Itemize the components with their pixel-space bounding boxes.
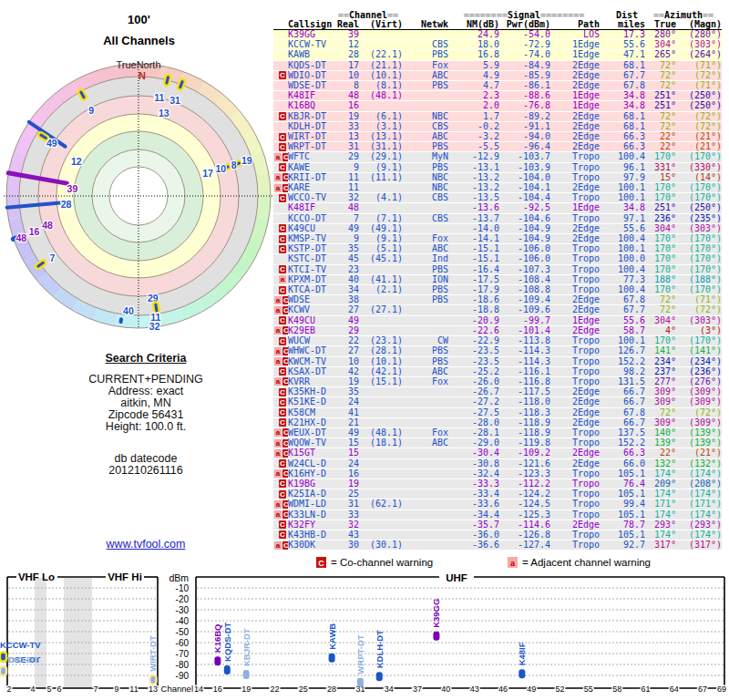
tvfool-link[interactable]: www.tvfool.com <box>55 538 237 551</box>
power-dbm-cell: -99.7 <box>499 315 550 325</box>
virtual-channel-cell <box>359 325 403 335</box>
col-magn: (Magn) <box>676 20 722 30</box>
nm-db-cell: -32.4 <box>448 468 499 479</box>
callsign-cell: K16BQ <box>288 101 334 111</box>
distance-cell: 66.7 <box>600 417 645 427</box>
power-dbm-cell: -119.8 <box>499 438 550 448</box>
magnetic-azimuth-cell: (317°) <box>676 540 722 551</box>
table-row: aKPXM-DT40(41.1)ION-17.5-108.4Tropo77.31… <box>273 274 722 284</box>
network-cell <box>403 448 448 458</box>
path-cell: 2Edge <box>550 417 600 427</box>
callsign-cell: KWCM-TV <box>288 356 334 366</box>
virtual-channel-cell <box>359 183 403 193</box>
true-azimuth-cell: 170° <box>645 244 676 254</box>
power-dbm-cell: -85.9 <box>499 70 550 80</box>
polar-channel-label: 32 <box>149 321 160 332</box>
adjacent-channel-flag: a <box>274 510 282 519</box>
table-row: CK32FY32-35.7-114.62Edge78.7293°(293°) <box>273 520 722 530</box>
nm-db-cell: -18.6 <box>448 295 499 305</box>
power-dbm-cell: -114.3 <box>499 346 550 356</box>
path-cell: 1Edge <box>550 203 600 213</box>
warning-flags: C <box>273 417 288 427</box>
true-azimuth-cell: 277° <box>645 376 676 386</box>
network-cell <box>403 458 448 468</box>
co-channel-flag: C <box>279 235 286 243</box>
nm-db-cell: 5.9 <box>448 60 499 70</box>
col-path: Path <box>550 20 600 30</box>
virtual-channel-cell: (62.1) <box>359 499 403 510</box>
channel-tick: 43 <box>470 685 479 694</box>
callsign-cell: WDSE <box>288 295 334 305</box>
co-channel-flag: C <box>279 163 286 171</box>
callsign-cell: KCCO-DT <box>288 213 334 223</box>
channel-tick: 46 <box>498 685 508 694</box>
magnetic-azimuth-cell: (72°) <box>676 70 722 80</box>
station-table: ==Channel== ========Signal======== Dist … <box>273 11 724 551</box>
path-cell: Tropo <box>550 530 600 540</box>
co-channel-flag: C <box>279 224 286 232</box>
warning-flags: aC <box>273 325 288 335</box>
virtual-channel-cell <box>359 315 403 325</box>
virtual-channel-cell: (4.1) <box>359 193 403 203</box>
table-row: KCCW-TV12CBS18.0-72.91Edge55.6304°(303°) <box>273 40 722 50</box>
callsign-cell: K39GG <box>288 30 334 40</box>
callsign-cell: KCCW-TV <box>288 40 334 50</box>
magnetic-azimuth-cell: (174°) <box>676 510 722 520</box>
path-cell: Tropo <box>550 356 600 366</box>
channel-tick: 2 <box>6 685 11 694</box>
virtual-channel-cell <box>359 520 403 530</box>
channel-tick: 6 <box>56 685 61 694</box>
adjacent-channel-flag: a <box>274 173 282 181</box>
callsign-cell: K29EB <box>288 325 334 335</box>
col-real: Real <box>334 20 359 30</box>
nm-db-cell: -23.5 <box>448 346 499 356</box>
magnetic-azimuth-cell: (170°) <box>676 285 722 295</box>
network-cell <box>403 101 448 111</box>
distance-cell: 68.1 <box>600 121 645 131</box>
real-channel-cell: 27 <box>334 346 359 356</box>
magnetic-azimuth-cell: (170°) <box>676 193 722 203</box>
warning-flags: C <box>273 132 288 142</box>
table-row: CWCCO-TV32(4.1)CBS-13.5-104.4Tropo100.11… <box>273 193 722 203</box>
real-channel-cell: 11 <box>334 172 359 182</box>
pending-station-marker <box>0 652 6 661</box>
real-channel-cell: 49 <box>334 223 359 233</box>
nm-db-cell: 4.9 <box>448 70 499 80</box>
dbm-tick: -80 <box>176 660 190 670</box>
real-channel-cell: 7 <box>334 213 359 223</box>
distance-cell: 68.1 <box>600 60 645 70</box>
distance-cell: 34.8 <box>600 91 645 101</box>
polar-channel-label: 39 <box>67 183 78 194</box>
nm-db-cell: 16.8 <box>448 50 499 60</box>
distance-cell: 100.4 <box>600 234 645 244</box>
channel-tick: 34 <box>385 685 394 694</box>
path-cell: 1Edge <box>550 315 600 325</box>
power-dbm-cell: -114.6 <box>499 520 550 530</box>
true-azimuth-cell: 251° <box>645 91 676 101</box>
table-row: aCK16HY-D16-32.4-123.3Tropo105.1174°(174… <box>273 468 722 479</box>
warning-flags: C <box>273 366 288 376</box>
nm-db-cell: -23.5 <box>448 356 499 366</box>
path-cell: 2Edge <box>550 520 600 530</box>
real-channel-cell: 33 <box>334 510 359 520</box>
table-row: aCKWCM-TV10(10.1)PBS-23.5-114.3Tropo152.… <box>273 356 722 366</box>
polar-channel-label: 11 <box>154 92 164 103</box>
adjacent-channel-flag: a <box>274 541 282 550</box>
magnetic-azimuth-cell: (174°) <box>676 468 722 479</box>
power-dbm-cell: -72.9 <box>499 40 550 50</box>
channel-tick: 69 <box>717 685 726 694</box>
virtual-channel-cell <box>359 417 403 427</box>
power-dbm-cell: -86.1 <box>499 81 550 91</box>
real-channel-cell: 35 <box>334 387 359 397</box>
path-cell: Tropo <box>550 468 600 479</box>
warning-flags <box>273 121 288 131</box>
path-cell: 2Edge <box>550 407 600 417</box>
true-azimuth-cell: 72° <box>645 70 676 80</box>
real-channel-cell: 19 <box>334 376 359 386</box>
network-cell: NBC <box>403 111 448 121</box>
virtual-channel-cell: (42.1) <box>359 366 403 376</box>
polar-channel-label: 13 <box>159 108 169 118</box>
magnetic-azimuth-cell: (72°) <box>676 407 722 417</box>
network-cell: PBS <box>403 295 448 305</box>
table-row: aCKRII-DT11(11.1)NBC-13.2-104.0Tropo97.9… <box>273 172 722 182</box>
